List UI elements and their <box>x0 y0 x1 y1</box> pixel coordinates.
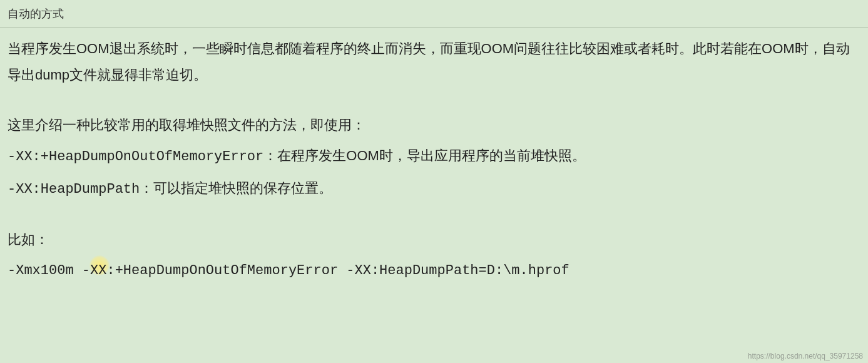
example-label: 比如： <box>8 227 860 253</box>
cmd-post: :+HeapDumpOnOutOfMemoryError -XX:HeapDum… <box>106 263 569 279</box>
option-1-desc: 在程序发生OOM时，导出应用程序的当前堆快照。 <box>277 148 586 163</box>
section-title: 自动的方式 <box>8 8 64 20</box>
content-area: 当程序发生OOM退出系统时，一些瞬时信息都随着程序的终止而消失，而重现OOM问题… <box>0 28 868 297</box>
cursor-highlight-icon: X <box>98 258 106 284</box>
option-2-desc: 可以指定堆快照的保存位置。 <box>153 180 332 196</box>
option-2-line: -XX:HeapDumpPath：可以指定堆快照的保存位置。 <box>8 175 860 203</box>
spacer <box>8 93 860 112</box>
option-1-flag: -XX:+HeapDumpOnOutOfMemoryError： <box>8 149 277 165</box>
cmd-pre: -Xmx100m -X <box>8 263 98 279</box>
option-1-line: -XX:+HeapDumpOnOutOfMemoryError：在程序发生OOM… <box>8 143 860 170</box>
spacer <box>8 208 860 227</box>
watermark-text: https://blog.csdn.net/qq_35971258 <box>748 352 863 360</box>
section-header: 自动的方式 <box>0 0 868 28</box>
option-2-flag: -XX:HeapDumpPath： <box>8 182 153 197</box>
example-command: -Xmx100m -XX:+HeapDumpOnOutOfMemoryError… <box>8 258 860 284</box>
paragraph-intro: 当程序发生OOM退出系统时，一些瞬时信息都随着程序的终止而消失，而重现OOM问题… <box>8 36 860 88</box>
paragraph-method-intro: 这里介绍一种比较常用的取得堆快照文件的方法，即使用： <box>8 112 860 138</box>
